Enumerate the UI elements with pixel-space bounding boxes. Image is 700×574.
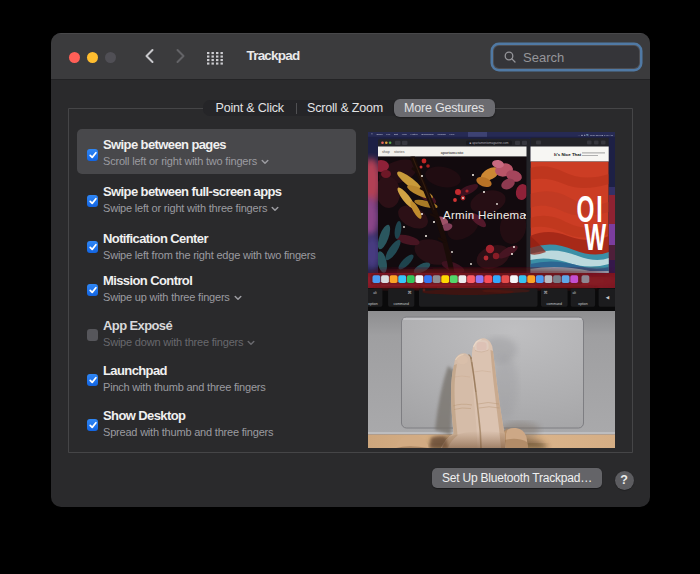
svg-text:stories: stories [394,150,405,154]
svg-text:Armin Heinema: Armin Heinema [443,209,526,221]
svg-text:W: W [585,216,607,258]
svg-text:alt: alt [572,291,576,295]
svg-text:▭ ▲ ● 🔍 Mon Jun 22 9:41 AM: ▭ ▲ ● 🔍 Mon Jun 22 9:41 AM [578,133,613,137]
svg-text:■ apartamentomagazine.com: ■ apartamentomagazine.com [470,141,509,145]
svg-text:apartamento: apartamento [441,150,464,155]
svg-text:command: command [394,302,409,306]
svg-text:alt: alt [373,291,377,295]
svg-text:It's Nice That: It's Nice That [554,152,582,157]
svg-text: Safari File Edit View Histor:  Safari File Edit View History Bookmark… [371,133,455,136]
svg-text:◀: ◀ [606,295,610,300]
svg-text:command: command [547,302,562,306]
svg-text:⌘: ⌘ [544,290,548,295]
svg-text:shop: shop [382,150,390,154]
svg-text:option: option [578,302,588,306]
svg-text:⌘: ⌘ [407,290,411,295]
svg-text:option: option [368,302,378,306]
